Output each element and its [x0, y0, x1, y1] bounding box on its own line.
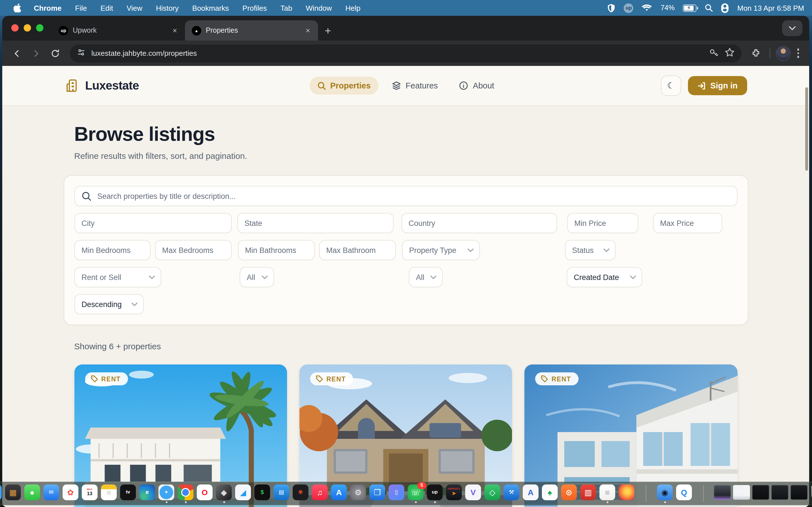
dock-item[interactable]: ▤	[273, 484, 290, 503]
menubar-item[interactable]: History	[149, 4, 186, 12]
dock-item[interactable]: ≡	[100, 484, 117, 503]
close-tab-icon[interactable]: ×	[303, 26, 312, 35]
safari[interactable]: ✦	[158, 484, 174, 500]
menubar-item[interactable]: Help	[339, 4, 367, 12]
finder[interactable]: ‿	[0, 484, 2, 500]
docker[interactable]: ▤	[273, 484, 289, 500]
builder-app[interactable]: ⚒	[504, 484, 519, 500]
nav-features[interactable]: Features	[384, 76, 446, 95]
dock-item[interactable]: ◉	[656, 484, 673, 503]
dock-item[interactable]	[695, 485, 712, 502]
whatsapp[interactable]: ☏ 5	[408, 484, 423, 500]
upwork[interactable]: up	[427, 484, 443, 500]
calendar[interactable]: Mon 13	[82, 484, 98, 500]
dock-item[interactable]: ≡	[599, 484, 616, 503]
messages[interactable]: ●	[24, 484, 40, 500]
menubar-clock[interactable]: Mon 13 Apr 6:58 PM	[737, 4, 804, 12]
minimized-window-4[interactable]	[771, 485, 788, 499]
menubar-item[interactable]: Edit	[94, 4, 120, 12]
tab-upwork[interactable]: up Upwork ×	[52, 20, 185, 41]
dock-item[interactable]: Q	[675, 484, 693, 503]
min-bedrooms-input[interactable]	[74, 240, 150, 260]
profile-avatar[interactable]	[776, 46, 790, 61]
mongodb[interactable]: ♠	[542, 484, 558, 500]
browser-menu-icon[interactable]	[794, 49, 802, 58]
min-bathrooms-input[interactable]	[238, 240, 314, 260]
dock-item[interactable]	[791, 485, 808, 502]
upwork-status-icon[interactable]: up	[624, 3, 633, 13]
asphalt-game[interactable]: ASPHALT ➤	[446, 484, 462, 500]
sort-by-select[interactable]: Created Date	[566, 267, 642, 287]
city-input[interactable]	[74, 213, 232, 233]
dock-item[interactable]: ✾	[292, 484, 309, 503]
apple-tv[interactable]: tv	[120, 484, 136, 500]
all-filter-select-1[interactable]: All	[239, 267, 274, 287]
max-bedrooms-input[interactable]	[155, 240, 232, 260]
dock-item[interactable]	[771, 485, 788, 502]
quicktime[interactable]: Q	[676, 484, 692, 500]
blue-panels-app[interactable]: ❐	[369, 484, 385, 500]
camera-app[interactable]: ◉	[657, 484, 673, 500]
menubar-item[interactable]: View	[120, 4, 149, 12]
launchpad[interactable]: ▦	[5, 484, 21, 500]
page-scrollbar[interactable]	[805, 87, 808, 171]
max-bathroom-input[interactable]	[319, 240, 396, 260]
dock-divider-2[interactable]	[703, 485, 703, 502]
app-store[interactable]: A	[331, 484, 347, 500]
dock-item[interactable]: A	[522, 484, 539, 503]
edge[interactable]: e	[139, 484, 155, 500]
dock-item[interactable]: ◆	[215, 484, 232, 503]
bookmark-star-icon[interactable]	[724, 47, 734, 59]
postman[interactable]: ⊙	[561, 484, 577, 500]
state-input[interactable]	[237, 213, 393, 233]
reload-button[interactable]	[47, 45, 63, 61]
apple-menu-icon[interactable]	[8, 3, 27, 12]
red-archive-app[interactable]: ▥	[580, 484, 596, 500]
notes[interactable]: ≡	[101, 484, 117, 500]
password-key-icon[interactable]	[709, 47, 719, 59]
dock-item[interactable]	[637, 485, 654, 502]
address-bar[interactable]: luxestate.jahbyte.com/properties	[70, 44, 741, 62]
max-price-input[interactable]	[653, 213, 722, 233]
menubar-item[interactable]: File	[68, 4, 94, 12]
dock-item[interactable]: ‿	[0, 484, 2, 503]
dock-item[interactable]: tv	[119, 484, 137, 503]
chrome[interactable]	[177, 484, 193, 500]
country-input[interactable]	[401, 213, 557, 233]
v-app[interactable]: V	[465, 484, 481, 500]
site-settings-icon[interactable]	[77, 48, 86, 59]
menubar-item[interactable]: Bookmarks	[186, 4, 236, 12]
min-price-input[interactable]	[567, 213, 638, 233]
dock-item[interactable]: up	[426, 484, 443, 503]
dock-item[interactable]: ⚙	[350, 484, 366, 503]
tab-search-button[interactable]	[782, 20, 802, 36]
dock-item[interactable]	[714, 485, 731, 502]
dock-item[interactable]: ☏ 5	[407, 484, 424, 503]
photos[interactable]: ✿	[63, 484, 79, 500]
property-type-select[interactable]: Property Type	[402, 240, 479, 260]
dock-item[interactable]: ✉	[43, 484, 60, 503]
url-text[interactable]: luxestate.jahbyte.com/properties	[91, 49, 703, 57]
forward-button[interactable]	[28, 45, 44, 61]
extensions-icon[interactable]	[748, 45, 764, 61]
dock-item[interactable]	[177, 484, 194, 503]
dock-item[interactable]: $	[254, 484, 271, 503]
figma[interactable]: ✾	[293, 484, 308, 500]
new-tab-button[interactable]: +	[318, 25, 338, 41]
listing-type-select[interactable]: Rent or Sell	[74, 267, 161, 287]
iphone-mirroring[interactable]: ▯	[389, 484, 404, 500]
system-settings[interactable]: ⚙	[350, 484, 366, 500]
dark-mode-toggle[interactable]: ☾	[661, 75, 681, 96]
tab-properties[interactable]: ▲ Properties ×	[185, 20, 318, 41]
battery-icon[interactable]: ⚡	[683, 4, 697, 11]
dock-item[interactable]: ♫	[311, 484, 328, 503]
menubar-item[interactable]: Profiles	[236, 4, 274, 12]
nav-properties[interactable]: Properties	[309, 76, 378, 95]
back-button[interactable]	[9, 45, 25, 61]
vscode[interactable]: ◢	[235, 484, 251, 500]
firefox[interactable]	[619, 484, 635, 500]
user-switch-icon[interactable]	[721, 3, 729, 13]
menubar-app-name[interactable]: Chrome	[27, 4, 68, 12]
nav-about[interactable]: About	[451, 76, 502, 95]
dock-item[interactable]	[733, 485, 750, 502]
